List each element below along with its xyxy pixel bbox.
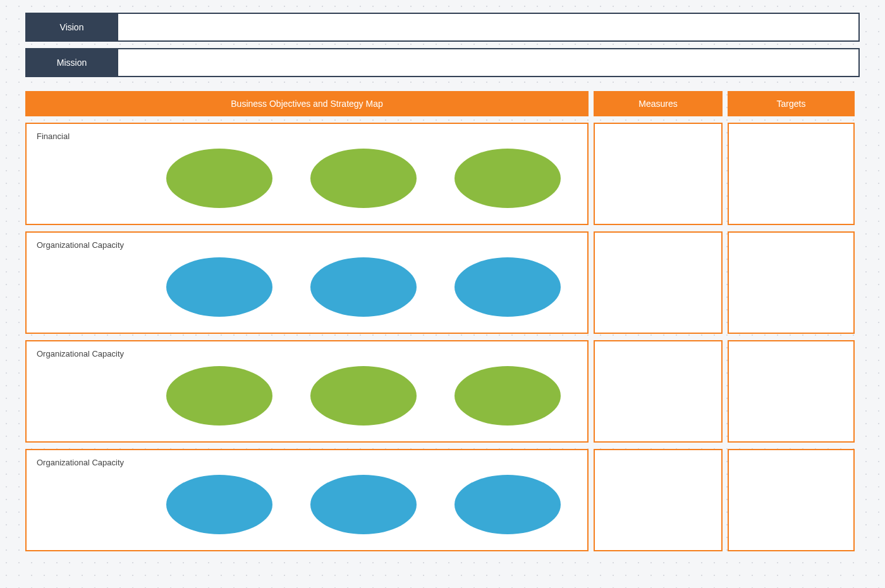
objectives-cell[interactable]: Organizational Capacity (25, 449, 589, 551)
objectives-cell[interactable]: Organizational Capacity (25, 340, 589, 443)
measures-cell[interactable] (594, 123, 723, 225)
mission-label: Mission (25, 48, 117, 77)
mission-input[interactable] (118, 49, 858, 76)
perspective-row: Financial (25, 123, 860, 225)
objective-ellipse-icon[interactable] (310, 475, 417, 534)
objective-ellipse-row (37, 146, 577, 208)
measures-cell[interactable] (594, 231, 723, 334)
objective-ellipse-icon[interactable] (455, 475, 561, 534)
objective-ellipse-icon[interactable] (166, 149, 272, 208)
objective-ellipse-row (37, 255, 577, 317)
mission-row: Mission (25, 48, 860, 77)
targets-cell[interactable] (728, 449, 855, 551)
column-header-objectives: Business Objectives and Strategy Map (25, 91, 589, 116)
vision-input[interactable] (118, 14, 858, 40)
column-header-measures: Measures (594, 91, 723, 116)
objective-ellipse-row (37, 364, 577, 426)
targets-cell[interactable] (728, 231, 855, 334)
perspective-row: Organizational Capacity (25, 340, 860, 443)
objective-ellipse-icon[interactable] (166, 475, 272, 534)
objective-ellipse-icon[interactable] (455, 257, 561, 317)
mission-input-container (117, 48, 860, 77)
measures-cell[interactable] (594, 340, 723, 443)
objective-ellipse-icon[interactable] (310, 257, 417, 317)
objective-ellipse-row (37, 472, 577, 534)
objective-ellipse-icon[interactable] (166, 257, 272, 317)
perspective-row: Organizational Capacity (25, 231, 860, 334)
objective-ellipse-icon[interactable] (310, 366, 417, 426)
measures-cell[interactable] (594, 449, 723, 551)
perspective-label: Organizational Capacity (37, 349, 577, 358)
objective-ellipse-icon[interactable] (455, 366, 561, 426)
balanced-scorecard-canvas: Vision Mission Business Objectives and S… (25, 13, 860, 551)
column-header-targets: Targets (728, 91, 855, 116)
perspective-label: Financial (37, 132, 577, 141)
objectives-cell[interactable]: Organizational Capacity (25, 231, 589, 334)
objective-ellipse-icon[interactable] (310, 149, 417, 208)
objective-ellipse-icon[interactable] (455, 149, 561, 208)
perspective-row: Organizational Capacity (25, 449, 860, 551)
objective-ellipse-icon[interactable] (166, 366, 272, 426)
vision-row: Vision (25, 13, 860, 42)
targets-cell[interactable] (728, 123, 855, 225)
perspective-label: Organizational Capacity (37, 458, 577, 467)
perspective-label: Organizational Capacity (37, 240, 577, 250)
column-headers: Business Objectives and Strategy Map Mea… (25, 91, 860, 116)
targets-cell[interactable] (728, 340, 855, 443)
vision-label: Vision (25, 13, 117, 42)
objectives-cell[interactable]: Financial (25, 123, 589, 225)
vision-input-container (117, 13, 860, 42)
